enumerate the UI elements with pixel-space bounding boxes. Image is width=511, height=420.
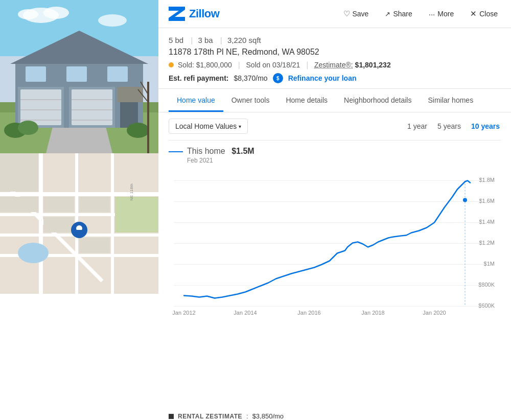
svg-text:Jan 2012: Jan 2012 [172,310,195,316]
close-button[interactable]: ✕ Close [467,7,501,20]
sold-date: Sold on 03/18/21 [246,61,300,69]
share-icon: ↗ [385,10,390,18]
rental-section: RENTAL ZESTIMATE : $3,850/mo [158,407,511,420]
refi-amount: $8,370/mo [234,74,267,82]
right-panel: Zillow ♡ Save ↗ Share ··· More ✕ Close 5… [158,0,511,420]
legend-home-label: This home [187,147,225,155]
zestimate: Zestimate®: $1,801,232 [314,61,391,69]
close-icon: ✕ [470,9,477,18]
tab-neighborhood-details[interactable]: Neighborhood details [336,89,420,112]
refi-link[interactable]: Refinance your loan [288,74,357,82]
chart-wrapper: $1.8M $1.6M $1.4M $1.2M $1M $800K $600K … [169,170,501,318]
sold-dot: Sold: $1,800,000 [169,61,232,69]
rental-separator: : [246,412,248,420]
svg-text:$1.6M: $1.6M [479,198,495,204]
zillow-logo-icon [169,7,185,21]
svg-text:NE 118th: NE 118th [129,183,134,200]
svg-rect-21 [26,66,46,82]
more-icon: ··· [429,10,435,18]
svg-point-3 [18,9,38,19]
price-chart: $1.8M $1.6M $1.4M $1.2M $1M $800K $600K … [169,170,501,318]
svg-text:Jan 2016: Jan 2016 [297,310,320,316]
sold-indicator [169,62,174,67]
svg-text:$1.8M: $1.8M [479,177,495,183]
separator-zest: | [306,61,308,69]
map-container[interactable]: NE 118th [0,153,158,294]
rental-square-icon [169,414,174,419]
svg-text:$1.2M: $1.2M [479,240,495,246]
property-address: 11878 178th Pl NE, Redmond, WA 98052 [169,48,501,57]
svg-rect-23 [107,66,128,82]
save-button[interactable]: ♡ Save [340,7,372,20]
tab-home-value[interactable]: Home value [169,89,223,112]
svg-rect-40 [43,197,74,212]
svg-marker-52 [169,7,185,21]
rental-value: $3,850/mo [252,412,284,420]
dropdown-label: Local Home Values [175,122,237,130]
baths: 3 ba [198,36,213,44]
svg-text:$800K: $800K [478,282,495,288]
more-label: More [437,10,454,18]
property-info: 5 bd | 3 ba | 3,220 sqft 11878 178th Pl … [158,28,511,89]
svg-text:Jan 2018: Jan 2018 [361,310,384,316]
svg-rect-42 [43,217,74,232]
svg-point-2 [43,7,69,19]
svg-text:$1M: $1M [484,261,495,267]
refi-icon: $ [273,73,283,83]
share-button[interactable]: ↗ Share [382,8,415,20]
svg-rect-43 [79,238,110,253]
separator-1: | [191,36,193,44]
tab-similar-homes[interactable]: Similar homes [420,89,481,112]
left-panel: NE 118th [0,0,158,420]
legend-info: This home $1.5M Feb 2021 [187,147,254,164]
year-1[interactable]: 1 year [406,120,428,132]
tabs: Home value Owner tools Home details Neig… [158,89,511,112]
share-label: Share [393,10,412,18]
legend-home-value: $1.5M [231,147,254,155]
chevron-down-icon: ▾ [239,124,241,129]
svg-rect-44 [0,153,38,192]
house-photo[interactable] [0,0,158,153]
legend-row: This home $1.5M [187,147,254,156]
zestimate-value: $1,801,232 [355,61,391,69]
beds: 5 bd [169,36,183,44]
svg-text:Jan 2014: Jan 2014 [234,310,257,316]
sqft: 3,220 sqft [227,36,261,44]
more-button[interactable]: ··· More [426,8,457,20]
sold-price: Sold: $1,800,000 [178,61,232,69]
chart-controls: Local Home Values ▾ 1 year 5 years 10 ye… [169,112,501,141]
chart-years: 1 year 5 years 10 years [406,120,501,132]
svg-point-46 [18,243,49,263]
refi-label: Est. refi payment: [169,74,228,82]
heart-icon: ♡ [343,9,350,18]
svg-point-26 [18,121,38,135]
header: Zillow ♡ Save ↗ Share ··· More ✕ Close [158,0,511,28]
tab-owner-tools[interactable]: Owner tools [223,89,278,112]
refi-row: Est. refi payment: $8,370/mo $ Refinance… [169,73,501,83]
close-label: Close [479,10,498,18]
header-actions: ♡ Save ↗ Share ··· More ✕ Close [340,7,501,20]
svg-text:$600K: $600K [478,302,495,309]
property-specs: 5 bd | 3 ba | 3,220 sqft [169,36,501,44]
svg-rect-45 [0,197,38,212]
separator-sold: | [238,61,240,69]
legend-line [169,151,183,152]
svg-rect-41 [79,197,110,212]
tab-home-details[interactable]: Home details [277,89,336,112]
year-5[interactable]: 5 years [436,120,462,132]
chart-dropdown[interactable]: Local Home Values ▾ [169,119,248,134]
year-10[interactable]: 10 years [470,120,501,132]
svg-rect-24 [118,87,143,102]
chart-legend: This home $1.5M Feb 2021 [169,141,501,168]
svg-text:$1.4M: $1.4M [479,219,495,225]
svg-rect-47 [115,197,158,232]
separator-2: | [220,36,222,44]
svg-text:Jan 2020: Jan 2020 [423,310,446,316]
zestimate-label[interactable]: Zestimate®: [314,61,353,69]
logo-text: Zillow [189,7,219,20]
property-sold: Sold: $1,800,000 | Sold on 03/18/21 | Ze… [169,61,501,69]
svg-point-27 [127,123,149,138]
rental-label: RENTAL ZESTIMATE [178,413,242,420]
legend-date: Feb 2021 [187,157,254,164]
chart-area: Local Home Values ▾ 1 year 5 years 10 ye… [158,112,511,407]
